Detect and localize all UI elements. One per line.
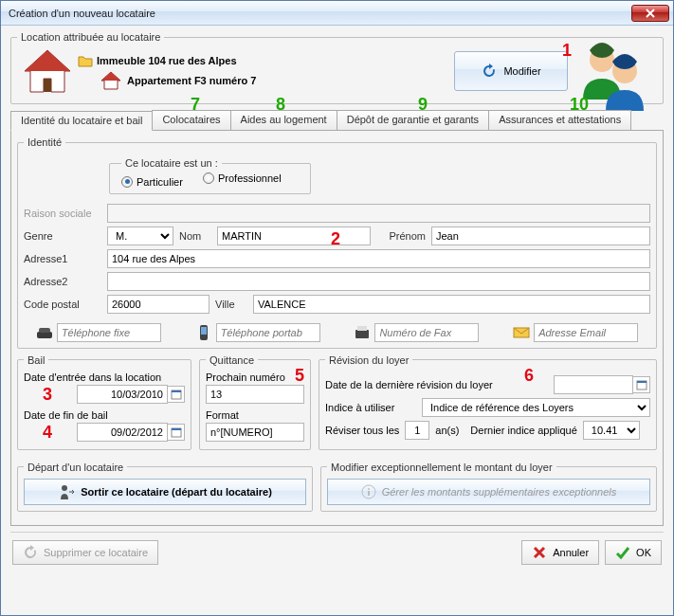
bottom-row: Bail Date d'entrée dans la location Date… (17, 354, 657, 456)
date-fin-input[interactable] (77, 423, 168, 442)
radio-icon (203, 172, 214, 184)
sortir-button[interactable]: Sortir ce locataire (départ du locataire… (24, 479, 306, 505)
svg-rect-10 (201, 327, 207, 335)
info-icon (361, 484, 376, 499)
location-header: Immeuble 104 rue des Alpes Appartement F… (17, 48, 657, 94)
date-entree-label: Date d'entrée dans la location (24, 371, 185, 383)
tel-portable-input[interactable] (216, 323, 320, 342)
location-legend: Location attribuée au locataire (17, 31, 164, 43)
genre-label: Genre (24, 230, 101, 242)
tab-panel: Identité Ce locataire est un : Particuli… (10, 130, 664, 526)
radio-particulier[interactable]: Particulier (121, 176, 183, 188)
adresse2-label: Adresse2 (24, 276, 101, 287)
adresse1-input[interactable] (107, 249, 650, 268)
contacts-row (24, 323, 650, 342)
svg-rect-23 (368, 491, 370, 496)
modify-label: Modifier (503, 65, 540, 77)
cancel-button[interactable]: Annuler (521, 540, 599, 565)
ok-label: OK (636, 547, 651, 558)
gerer-label: Gérer les montants supplémentaires excep… (382, 486, 617, 498)
cancel-icon (532, 545, 547, 560)
fax-input[interactable] (374, 323, 479, 342)
location-fieldset: Location attribuée au locataire Immeuble… (10, 31, 664, 104)
tab-depot[interactable]: Dépôt de garantie et garants (337, 110, 489, 130)
email-icon (513, 324, 530, 341)
unit-line: Appartement F3 numéro 7 (100, 71, 454, 90)
svg-rect-8 (39, 328, 50, 333)
calendar-icon[interactable] (168, 386, 185, 403)
house-icon (23, 48, 72, 94)
rev-date-input[interactable] (554, 375, 633, 394)
identity-fieldset: Identité Ce locataire est un : Particuli… (17, 136, 657, 349)
indice-select[interactable]: Indice de référence des Loyers (422, 398, 650, 417)
prochain-label: Prochain numéro (206, 371, 304, 383)
revision-legend: Révision du loyer (325, 354, 412, 366)
cp-label: Code postal (24, 299, 101, 310)
svg-point-20 (62, 485, 67, 491)
reviser-input[interactable] (405, 421, 429, 440)
bail-fieldset: Bail Date d'entrée dans la location Date… (17, 354, 191, 450)
tab-aides[interactable]: Aides au logement (230, 110, 337, 130)
svg-marker-1 (25, 50, 70, 71)
fax-icon (354, 324, 371, 341)
refresh-icon (23, 545, 38, 560)
cp-input[interactable] (107, 295, 209, 314)
window-title: Création d'un nouveau locataire (9, 8, 631, 19)
prenom-input[interactable] (431, 226, 650, 245)
sortir-label: Sortir ce locataire (départ du locataire… (81, 486, 272, 498)
identity-legend: Identité (24, 136, 65, 148)
nom-input[interactable] (217, 226, 371, 245)
folder-icon (78, 54, 93, 67)
phone-fixed-icon (36, 324, 53, 341)
tab-colocataires[interactable]: Colocataires (152, 110, 230, 130)
except-fieldset: Modifier exceptionnellement le montant d… (320, 462, 657, 512)
building-line: Immeuble 104 rue des Alpes (78, 54, 454, 67)
tenant-type-box: Ce locataire est un : Particulier Profes… (109, 157, 311, 194)
dialog-window: Création d'un nouveau locataire Location… (0, 0, 674, 616)
date-fin-label: Date de fin de bail (24, 409, 185, 421)
depart-fieldset: Départ d'un locataire Sortir ce locatair… (17, 462, 313, 512)
tabs: Identité du locataire et bail Colocatair… (10, 110, 664, 130)
nom-label: Nom (179, 230, 211, 242)
adresse1-label: Adresse1 (24, 253, 101, 264)
gerer-button: Gérer les montants supplémentaires excep… (327, 479, 650, 505)
radio-professionnel[interactable]: Professionnel (203, 172, 282, 184)
raison-label: Raison sociale (24, 208, 101, 219)
dernier-select[interactable]: 10.41 (583, 421, 640, 440)
unit-name: Appartement F3 numéro 7 (127, 75, 256, 86)
email-input[interactable] (534, 323, 638, 342)
cancel-label: Annuler (553, 547, 589, 558)
svg-rect-12 (357, 326, 367, 331)
format-input[interactable] (206, 423, 304, 442)
tel-fixe-input[interactable] (57, 323, 161, 342)
depart-legend: Départ d'un locataire (24, 462, 127, 473)
prochain-input[interactable] (206, 385, 304, 404)
except-legend: Modifier exceptionnellement le montant d… (327, 462, 556, 473)
delete-button: Supprimer ce locataire (12, 540, 158, 565)
titlebar: Création d'un nouveau locataire (1, 1, 673, 26)
quittance-fieldset: Quittance Prochain numéro Format 5 (199, 354, 311, 450)
actions-row: Départ d'un locataire Sortir ce locatair… (17, 462, 657, 517)
modify-button[interactable]: Modifier (454, 51, 568, 91)
calendar-icon[interactable] (168, 424, 185, 441)
date-entree-input[interactable] (77, 385, 168, 404)
ville-label: Ville (215, 299, 247, 310)
footer: Supprimer ce locataire Annuler OK (10, 538, 664, 565)
tab-assurances[interactable]: Assurances et attestations (488, 110, 631, 130)
close-button[interactable] (631, 5, 669, 22)
separator (10, 532, 664, 533)
ville-input[interactable] (253, 295, 650, 314)
reviser-label: Réviser tous les (325, 425, 399, 436)
adresse2-input[interactable] (107, 272, 650, 291)
radio-icon (121, 176, 133, 188)
svg-rect-15 (172, 390, 181, 392)
calendar-icon[interactable] (633, 376, 650, 393)
quittance-legend: Quittance (206, 354, 258, 366)
svg-marker-4 (101, 72, 120, 81)
tab-identite[interactable]: Identité du locataire et bail (10, 111, 153, 131)
ok-button[interactable]: OK (605, 540, 662, 565)
content: Location attribuée au locataire Immeuble… (1, 26, 673, 572)
revision-fieldset: Révision du loyer Date de la dernière ré… (319, 354, 657, 450)
people-icon (575, 37, 655, 117)
genre-select[interactable]: M. (107, 226, 173, 245)
